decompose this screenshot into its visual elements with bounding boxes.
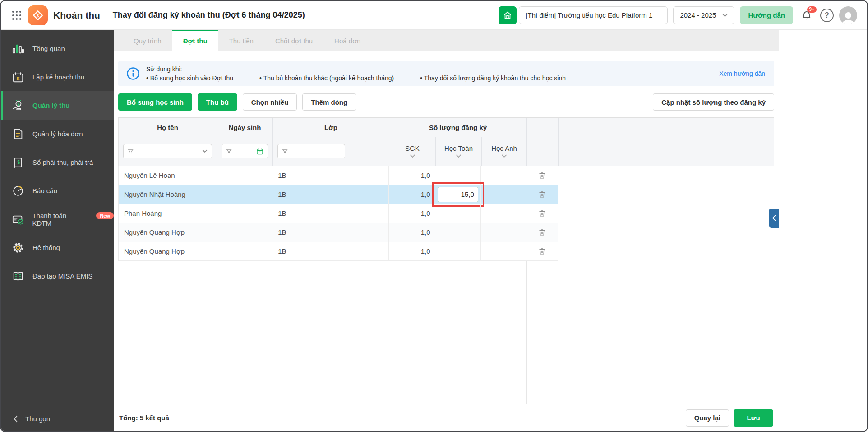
sidebar-item-he-thong[interactable]: Hệ thống — [1, 233, 114, 262]
svg-text:$: $ — [18, 160, 20, 165]
back-button[interactable]: Quay lại — [686, 409, 729, 427]
trash-icon — [538, 209, 546, 217]
dob-calendar-icon[interactable] — [256, 148, 263, 155]
add-students-button[interactable]: Bổ sung học sinh — [118, 93, 192, 111]
notifications-button[interactable]: 9+ — [799, 7, 815, 23]
cell-english[interactable] — [481, 204, 526, 223]
table-row[interactable]: Nguyễn Quang Hợp 1B 1,0 — [119, 223, 558, 242]
funnel-icon — [282, 149, 288, 154]
banner-bullet: • Thu bù khoản thu khác (ngoài kế hoạch … — [259, 74, 394, 82]
cell-actions — [526, 166, 558, 185]
cell-english[interactable] — [481, 223, 526, 242]
sub-col-english: Học Anh — [482, 137, 527, 166]
sidebar-item-quan-ly-hoa-don[interactable]: Quản lý hóa đơn — [1, 120, 114, 148]
math-dropdown-chevron-icon[interactable] — [456, 154, 462, 158]
svg-text:$: $ — [17, 102, 19, 106]
sidebar-item-label: Hệ thống — [32, 244, 60, 251]
class-filter-input[interactable] — [277, 144, 345, 158]
banner-bullet: • Thay đổi số lượng đăng ký khoản thu ch… — [420, 74, 566, 82]
sidebar-item-dao-tao-misa-emis[interactable]: Đào tạo MISA EMIS — [1, 262, 114, 290]
update-quantity-button[interactable]: Cập nhật số lượng theo đăng ký — [653, 93, 774, 111]
view-guide-link[interactable]: Xem hướng dẫn — [719, 70, 765, 77]
name-filter-input[interactable] — [123, 144, 212, 158]
ledger-book-icon: $ — [12, 157, 24, 168]
dob-filter-input[interactable] — [222, 144, 268, 158]
table-row[interactable]: Phan Hoàng 1B 1,0 — [119, 204, 558, 223]
cell-class: 1B — [272, 166, 388, 185]
cell-sgk[interactable]: 1,0 — [389, 166, 435, 185]
page-title: Thay đổi đăng ký khoản thu (Đợt 6 tháng … — [113, 10, 305, 20]
tab-hoa-don[interactable]: Hoá đơn — [323, 30, 371, 51]
table-row[interactable]: Nguyễn Quang Hợp 1B 1,0 — [119, 242, 558, 261]
school-year-select[interactable]: 2024 - 2025 — [673, 6, 734, 24]
table-row[interactable]: Nguyễn Lê Hoan 1B 1,0 — [119, 166, 558, 185]
footer-actions: Quay lại Lưu — [686, 409, 773, 427]
cell-math[interactable] — [435, 204, 481, 223]
table-header: Họ tên Ngày sinh Lớp Số lượng đăng ký — [118, 117, 774, 166]
guide-button[interactable]: Hướng dẫn — [740, 6, 793, 24]
sgk-dropdown-chevron-icon[interactable] — [410, 154, 416, 158]
cell-math[interactable] — [435, 242, 481, 260]
user-avatar[interactable] — [839, 6, 857, 24]
cell-sgk[interactable]: 1,0 — [389, 204, 435, 223]
header-filler — [559, 118, 774, 137]
select-multiple-button[interactable]: Chọn nhiều — [243, 93, 297, 111]
sidebar-item-thanh-toan-kdtm[interactable]: Thanh toán KDTM New — [1, 205, 114, 233]
sidebar-item-bao-cao[interactable]: Báo cáo — [1, 177, 114, 205]
sidebar-item-lap-ke-hoach-thu[interactable]: $ Lập kế hoạch thu — [1, 63, 114, 91]
cell-english[interactable] — [481, 185, 526, 204]
tab-thu-tien[interactable]: Thu tiền — [218, 30, 264, 51]
delete-row-button[interactable] — [536, 227, 548, 238]
sidebar-item-quan-ly-thu[interactable]: $ Quản lý thu — [1, 91, 114, 120]
english-dropdown-chevron-icon[interactable] — [501, 154, 507, 158]
bar-chart-icon — [12, 43, 24, 55]
column-guide-line — [526, 261, 527, 404]
delete-row-button[interactable] — [536, 246, 548, 257]
help-button[interactable]: ? — [820, 9, 834, 22]
col-header-name: Họ tên — [119, 118, 217, 137]
cell-sgk[interactable]: 1,0 — [389, 223, 435, 242]
school-selector[interactable]: [Thí điểm] Trường tiểu học Edu Platform … — [499, 6, 668, 24]
sub-col-sgk-label: SGK — [405, 144, 420, 152]
sub-col-math-label: Học Toán — [444, 144, 473, 152]
delete-row-button[interactable] — [536, 170, 548, 181]
cell-english[interactable] — [481, 166, 526, 185]
sidebar-item-label: Quản lý hóa đơn — [32, 130, 83, 138]
sidebar-item-tong-quan[interactable]: Tổng quan — [1, 34, 114, 63]
tab-chot-dot-thu[interactable]: Chốt đợt thu — [264, 30, 323, 51]
tab-quy-trinh[interactable]: Quy trình — [123, 30, 172, 51]
collect-makeup-button[interactable]: Thu bù — [198, 93, 237, 111]
col-header-class: Lớp — [273, 118, 389, 137]
tab-bar: Quy trình Đợt thu Thu tiền Chốt đợt thu … — [114, 30, 779, 51]
cell-actions — [526, 185, 558, 204]
cell-math[interactable] — [435, 223, 481, 242]
app-grid-icon[interactable] — [9, 8, 24, 23]
cell-sgk[interactable]: 1,0 — [389, 185, 435, 204]
save-button[interactable]: Lưu — [734, 409, 773, 427]
table-row[interactable]: Nguyễn Nhật Hoàng 1B 1,0 — [119, 185, 558, 204]
tab-dot-thu[interactable]: Đợt thu — [172, 30, 218, 51]
info-banner: Sử dụng khi: • Bổ sung học sinh vào Đợt … — [118, 61, 774, 86]
quantity-edit-cell — [435, 185, 481, 204]
card-check-icon — [12, 214, 24, 225]
school-name[interactable]: [Thí điểm] Trường tiểu học Edu Platform … — [519, 6, 668, 24]
main-panel: Sử dụng khi: • Bổ sung học sinh vào Đợt … — [114, 51, 779, 404]
tab-label: Đợt thu — [183, 37, 208, 45]
cell-sgk[interactable]: 1,0 — [389, 242, 435, 260]
name-filter-chevron-icon[interactable] — [202, 149, 208, 153]
app-name: Khoản thu — [53, 10, 100, 21]
gear-icon — [12, 242, 24, 254]
delete-row-button[interactable] — [536, 208, 548, 219]
delete-row-button[interactable] — [536, 189, 548, 200]
cell-english[interactable] — [481, 242, 526, 260]
calendar-dollar-icon: $ — [12, 71, 24, 83]
cell-math[interactable] — [435, 166, 481, 185]
table-header-row-1: Họ tên Ngày sinh Lớp Số lượng đăng ký — [119, 118, 774, 137]
sidebar-item-so-phai-thu-phai-tra[interactable]: $ Sổ phải thu, phải trả — [1, 148, 114, 177]
sidebar-collapse-button[interactable]: Thu gọn — [1, 406, 114, 431]
add-row-button[interactable]: Thêm dòng — [302, 93, 356, 111]
quantity-input[interactable] — [438, 187, 478, 202]
cell-math[interactable] — [435, 185, 481, 204]
expand-right-panel-button[interactable] — [769, 209, 779, 228]
cell-class: 1B — [272, 185, 388, 204]
